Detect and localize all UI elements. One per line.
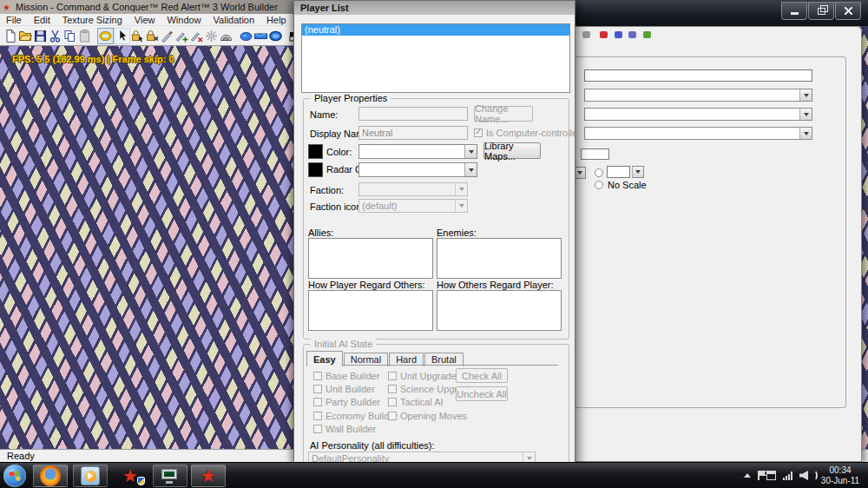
- scale-value-field[interactable]: [607, 166, 630, 178]
- library-maps-button[interactable]: Library Maps...: [483, 142, 541, 159]
- lake-tool-icon[interactable]: [268, 28, 283, 44]
- action-center-flag-icon[interactable]: [758, 471, 760, 480]
- cut-icon[interactable]: [48, 28, 62, 44]
- name-field[interactable]: [358, 107, 468, 121]
- background-small-field[interactable]: [581, 148, 609, 160]
- terrain-brush-erase-icon[interactable]: [189, 28, 204, 44]
- save-icon[interactable]: [33, 28, 48, 44]
- lock-objects-icon[interactable]: [130, 28, 145, 44]
- dropdown-button[interactable]: [799, 128, 812, 139]
- radar-color-swatch[interactable]: [308, 162, 323, 177]
- opening-moves-checkbox[interactable]: Opening Moves: [388, 411, 467, 421]
- dropdown-button[interactable]: [464, 163, 477, 176]
- windows-update-icon[interactable]: [766, 471, 776, 480]
- dropdown-button[interactable]: [632, 167, 643, 177]
- windows-logo-icon: [9, 471, 20, 481]
- taskbar-media-player[interactable]: [73, 465, 108, 487]
- unit-upgrader-checkbox[interactable]: Unit Upgrader: [388, 371, 459, 381]
- dropdown-button[interactable]: [799, 89, 812, 101]
- faction-combo[interactable]: [358, 182, 468, 196]
- blue-tool-icon[interactable]: [615, 31, 622, 38]
- player-regard-others-list[interactable]: [308, 290, 433, 331]
- dropdown-button[interactable]: [464, 145, 477, 158]
- background-combo-1[interactable]: [584, 89, 812, 102]
- checkbox-label: Is Computer-controlled?: [486, 128, 575, 138]
- main-titlebar[interactable]: Mission - Command & Conquer™ Red Alert™ …: [0, 0, 299, 14]
- background-text-field[interactable]: [584, 69, 812, 82]
- copy-icon[interactable]: [62, 28, 77, 44]
- menu-texture-sizing[interactable]: Texture Sizing: [56, 15, 128, 25]
- faction-icon-combo[interactable]: (default): [358, 199, 468, 213]
- taskbar-clock[interactable]: 00:34 30-Jun-11: [818, 465, 863, 486]
- display-name-field[interactable]: Neutral: [358, 126, 468, 140]
- terrain-brush-icon[interactable]: [160, 28, 174, 44]
- close-button[interactable]: [835, 2, 861, 20]
- scale-dropdown[interactable]: [632, 166, 644, 178]
- dropdown-button[interactable]: [455, 200, 467, 212]
- wave-strip-icon[interactable]: [253, 28, 268, 44]
- menu-file[interactable]: File: [0, 15, 28, 25]
- feather-height-icon[interactable]: [204, 28, 219, 44]
- dropdown-button[interactable]: [455, 183, 467, 195]
- base-builder-checkbox[interactable]: Base Builder: [313, 371, 379, 381]
- volume-icon[interactable]: [799, 470, 818, 481]
- menu-view[interactable]: View: [128, 15, 161, 25]
- paste-icon[interactable]: [77, 28, 92, 44]
- tactical-ai-checkbox[interactable]: Tactical AI: [388, 397, 444, 407]
- change-name-button[interactable]: Change Name...: [474, 106, 533, 122]
- ramp-tool-icon[interactable]: [219, 28, 233, 44]
- violet-tool-icon[interactable]: [628, 31, 636, 38]
- menu-window[interactable]: Window: [161, 15, 207, 25]
- unlock-objects-icon[interactable]: [145, 28, 160, 44]
- dropdown-button[interactable]: [799, 109, 812, 120]
- green-tool-icon[interactable]: [643, 31, 651, 38]
- check-all-button[interactable]: Check All: [456, 368, 508, 383]
- tab-easy[interactable]: Easy: [306, 351, 343, 366]
- taskbar-red-alert-3[interactable]: [113, 465, 148, 487]
- computer-controlled-checkbox[interactable]: Is Computer-controlled?: [474, 128, 575, 138]
- start-button[interactable]: [3, 465, 26, 487]
- app-icon: [3, 3, 12, 12]
- wall-builder-checkbox[interactable]: Wall Builder: [313, 424, 376, 434]
- open-file-icon[interactable]: [18, 28, 33, 44]
- uncheck-all-button[interactable]: Uncheck All: [456, 386, 508, 401]
- checkbox-box: [313, 412, 322, 420]
- clock-date: 30-Jun-11: [818, 476, 863, 486]
- main-menubar: File Edit Texture Sizing View Window Val…: [0, 14, 299, 26]
- player-list[interactable]: (neutral): [301, 23, 570, 93]
- taskbar-world-builder-monitor[interactable]: [153, 465, 187, 487]
- menu-edit[interactable]: Edit: [28, 15, 56, 25]
- dialog-titlebar[interactable]: Player List: [294, 1, 575, 15]
- color-combo[interactable]: [358, 144, 477, 159]
- restore-button[interactable]: [808, 2, 834, 20]
- no-scale-radio[interactable]: [595, 181, 603, 189]
- select-ring-icon[interactable]: [97, 28, 114, 44]
- economy-builder-checkbox[interactable]: Economy Builder: [313, 411, 398, 421]
- color-swatch[interactable]: [308, 144, 323, 159]
- terrain-brush-add-icon[interactable]: [174, 28, 189, 44]
- minimize-button[interactable]: [781, 2, 807, 20]
- red-dot-tool-icon[interactable]: [600, 31, 608, 38]
- allies-list[interactable]: [308, 238, 433, 279]
- player-list-item[interactable]: (neutral): [302, 24, 569, 36]
- chevron-down-icon: [804, 132, 809, 138]
- background-combo-3[interactable]: [584, 127, 812, 140]
- background-combo-2[interactable]: [584, 108, 812, 121]
- enemies-list[interactable]: [437, 238, 562, 279]
- menu-validation[interactable]: Validation: [207, 15, 261, 25]
- others-regard-player-list[interactable]: [437, 290, 562, 331]
- new-file-icon[interactable]: [3, 28, 18, 44]
- party-builder-checkbox[interactable]: Party Builder: [313, 397, 380, 407]
- unit-builder-checkbox[interactable]: Unit Builder: [313, 384, 375, 394]
- taskbar-firefox[interactable]: [33, 465, 68, 487]
- network-signal-icon[interactable]: [783, 471, 792, 480]
- menu-help[interactable]: Help: [260, 15, 293, 25]
- show-hidden-icons-button[interactable]: [744, 470, 751, 478]
- radar-color-combo[interactable]: [358, 162, 477, 177]
- water-area-icon[interactable]: [239, 28, 253, 44]
- gray-tool-icon[interactable]: [582, 31, 590, 38]
- chevron-down-icon: [469, 168, 474, 175]
- pointer-tool-icon[interactable]: [114, 28, 130, 44]
- taskbar-world-builder-running[interactable]: [191, 465, 226, 487]
- scale-radio[interactable]: [595, 168, 603, 177]
